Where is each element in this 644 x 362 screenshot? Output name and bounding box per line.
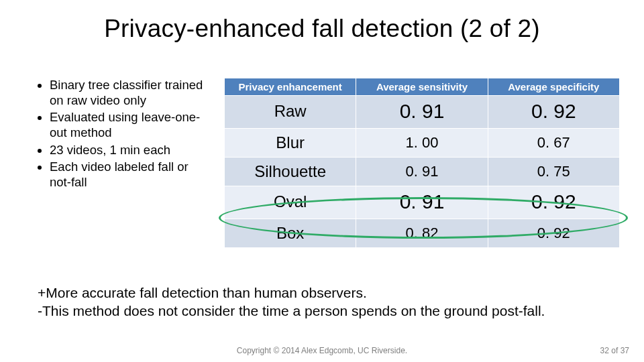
bullet-item: Binary tree classifier trained on raw vi… [50,77,208,108]
page-title: Privacy-enhanced fall detection (2 of 2) [0,15,644,43]
table-cell: Silhouette [225,158,356,186]
table-cell: 0. 91 [356,186,488,219]
page-sep: of [609,346,621,355]
page-number: 32 of 37 [600,346,629,355]
table-cell: 0. 92 [488,96,619,129]
copyright-text: Copyright © 2014 Alex Edgcomb, UC Rivers… [0,346,644,355]
table-row: Raw 0. 91 0. 92 [225,96,620,129]
table-row: Box 0. 82 0. 92 [225,219,620,248]
notes-block: +More accurate fall detection than human… [38,284,545,320]
table-row: Blur 1. 00 0. 67 [225,129,620,158]
table-cell: Oval [225,186,356,219]
page-total: 37 [621,346,629,355]
bullet-list: Binary tree classifier trained on raw vi… [40,77,208,191]
table-cell: 0. 92 [488,219,619,248]
note-positive: +More accurate fall detection than human… [38,284,545,302]
bullet-item: 23 videos, 1 min each [50,142,208,158]
note-negative: -This method does not consider the time … [38,302,545,320]
table-header: Privacy enhancement [225,78,356,96]
table-cell: Blur [225,129,356,158]
table-cell: 0. 75 [488,158,619,186]
table-row: Silhouette 0. 91 0. 75 [225,158,620,186]
table-cell: 0. 82 [356,219,488,248]
table-header: Average sensitivity [356,78,488,96]
slide: Privacy-enhanced fall detection (2 of 2)… [0,0,644,362]
bullet-item: Evaluated using leave-one-out method [50,109,208,140]
results-table: Privacy enhancement Average sensitivity … [224,78,620,248]
page-current: 32 [600,346,609,355]
table-cell: Box [225,219,356,248]
table-cell: 0. 91 [356,158,488,186]
table-cell: 0. 92 [488,186,619,219]
table-header: Average specificity [488,78,619,96]
results-table-container: Privacy enhancement Average sensitivity … [224,78,620,248]
table-cell: 0. 67 [488,129,619,158]
table-cell: 0. 91 [356,96,488,129]
table-cell: Raw [225,96,356,129]
bullet-item: Each video labeled fall or not-fall [50,159,208,190]
table-cell: 1. 00 [356,129,488,158]
table-row: Oval 0. 91 0. 92 [225,186,620,219]
table-header-row: Privacy enhancement Average sensitivity … [225,78,620,96]
